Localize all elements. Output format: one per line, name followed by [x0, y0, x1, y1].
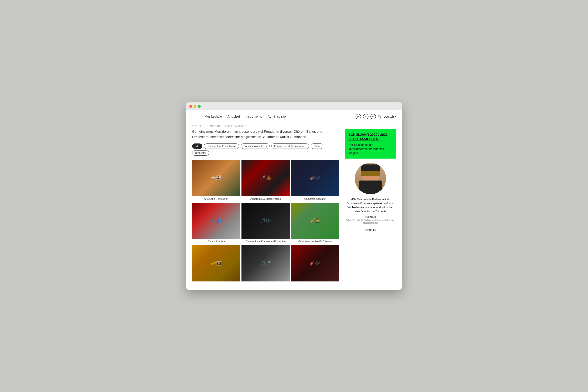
- filter-orchester[interactable]: Orchester: [192, 150, 209, 156]
- grid-image-row3b: 🎵🎤: [242, 245, 290, 282]
- grid-item-chor[interactable]: 🎵👥 Chor «Shante»: [192, 203, 240, 244]
- language-label: Deutsch: [384, 115, 394, 118]
- grid-caption-clarmonics: Clarmonics – Klarinetten-Ensemble: [242, 239, 290, 244]
- quote-text: «Die Musikschule Biel war mit ein Grunds…: [345, 197, 396, 214]
- avatar-person: [355, 163, 386, 194]
- grid-item-clarmonics[interactable]: 🎵🎼 Clarmonics – Klarinetten-Ensemble: [242, 203, 290, 244]
- chevron-down-icon: ▾: [394, 115, 396, 118]
- grid-image-gitarren: 🎸👨‍🎓: [291, 203, 339, 239]
- filter-choere[interactable]: Chöre: [311, 144, 324, 149]
- grid-caption-camerata: Camerata Giovane: [291, 196, 339, 202]
- breadcrumb-arrow-2: →: [222, 125, 224, 127]
- avatar-hat: [361, 164, 380, 171]
- sidebar: SCHULJAHR 2020 / 2021 – JETZT ANMELDEN! …: [345, 129, 396, 284]
- nav-musikschule[interactable]: Musikschule: [204, 115, 222, 118]
- grid-item-row3a[interactable]: 🎺👨‍👩‍👧: [192, 245, 240, 284]
- content-area: Gemeinsames Musizieren macht besonders v…: [192, 129, 339, 284]
- grid-item-gitarren[interactable]: 🎸👨‍🎓 Gitarrenensemble EnTrànsito: [291, 203, 339, 244]
- grid-image-camerata: 🎻🎶: [291, 160, 339, 196]
- grid-item-camerata[interactable]: 🎻🎶 Camerata Giovane: [291, 160, 339, 202]
- filter-erwachsene[interactable]: Unterricht für Erwachsene: [204, 144, 239, 149]
- grid-caption-row3c: [291, 282, 339, 284]
- grid-caption-afro: Afro Latin-Perkussion: [192, 196, 240, 202]
- quote-author: PEGASUS: [345, 216, 396, 218]
- filter-alle[interactable]: Alle: [192, 144, 202, 149]
- quote-sub: Gabriel Spahni & Stefan Brønner, Ehemali…: [345, 219, 396, 224]
- grid-item-row3c[interactable]: 🎸🎶: [291, 245, 339, 284]
- grid-image-row3c: 🎸🎶: [291, 245, 339, 282]
- minimize-button[interactable]: [194, 105, 196, 108]
- direkt-zu-label: Direkt zu: [345, 228, 396, 232]
- grid-image-clarmonics: 🎵🎼: [242, 203, 290, 239]
- logo[interactable]: [192, 115, 199, 118]
- avatar-body: [359, 180, 382, 194]
- grid-image-row3a: 🎺👨‍👩‍👧: [192, 245, 240, 282]
- grid-caption-asparagus: Asparagus & Melon Voices: [242, 196, 290, 202]
- filter-bands-workshops[interactable]: Bands & Workshops: [241, 144, 270, 149]
- site-header: Musikschule Angebot Instrumente Administ…: [186, 110, 402, 123]
- logo-line-2: [192, 116, 196, 116]
- nav-administration[interactable]: Administration: [268, 115, 287, 118]
- language-selector[interactable]: Deutsch ▾: [384, 115, 396, 118]
- grid-item-afro[interactable]: 🥁👨‍👦 Afro Latin-Perkussion: [192, 160, 240, 202]
- facebook-icon[interactable]: f: [363, 114, 368, 119]
- grid-image-asparagus: 🎤👩‍🎤: [242, 160, 290, 196]
- grid-item-asparagus[interactable]: 🎤👩‍🎤 Asparagus & Melon Voices: [242, 160, 290, 202]
- grid-image-afro: 🥁👨‍👦: [192, 160, 240, 196]
- filter-pills: Alle Unterricht für Erwachsene Bands & W…: [192, 144, 339, 156]
- header-right: ▶ f ✉ 🔍 Deutsch ▾: [356, 114, 396, 119]
- main-container: Gemeinsames Musizieren macht besonders v…: [186, 129, 402, 290]
- breadcrumb-arrow-1: →: [206, 125, 209, 127]
- breadcrumb-item-2[interactable]: ANGEBOT: [210, 125, 220, 127]
- logo-line-1: [192, 115, 198, 115]
- grid-caption-gitarren: Gitarrenensemble EnTrànsito: [291, 239, 339, 244]
- browser-chrome: [186, 102, 402, 110]
- grid-image-chor: 🎵👥: [192, 203, 240, 239]
- logo-icon: [192, 115, 198, 118]
- testimonial-block: «Die Musikschule Biel war mit ein Grunds…: [345, 163, 396, 232]
- traffic-lights: [189, 105, 399, 108]
- page-intro: Gemeinsames Musizieren macht besonders v…: [192, 129, 333, 140]
- search-icon[interactable]: 🔍: [378, 115, 382, 118]
- breadcrumb: STARTSEITE → ANGEBOT → GRUPPENANGEBOTE: [186, 123, 402, 129]
- promo-box[interactable]: SCHULJAHR 2020 / 2021 – JETZT ANMELDEN! …: [345, 129, 396, 158]
- nav-instrumente[interactable]: Instrumente: [246, 115, 262, 118]
- grid-caption-row3a: [192, 282, 240, 284]
- promo-subtitle: Der Einstieg in den Musikunterricht ist …: [348, 143, 392, 155]
- filter-kammermusik[interactable]: Kammermusik & Ensembles: [271, 144, 309, 149]
- grid-caption-chor: Chor «Shante»: [192, 239, 240, 244]
- email-icon[interactable]: ✉: [370, 114, 376, 119]
- breadcrumb-item-1[interactable]: STARTSEITE: [192, 125, 205, 127]
- grid-caption-row3b: [242, 282, 290, 284]
- avatar: [355, 163, 386, 194]
- youtube-icon[interactable]: ▶: [356, 114, 361, 119]
- nav-angebot[interactable]: Angebot: [227, 115, 240, 118]
- promo-cta: JETZT ANMELDEN!: [348, 138, 380, 141]
- browser-window: Musikschule Angebot Instrumente Administ…: [186, 102, 402, 290]
- close-button[interactable]: [189, 105, 192, 108]
- image-grid: 🥁👨‍👦 Afro Latin-Perkussion 🎤👩‍🎤 Asparagu…: [192, 160, 339, 284]
- grid-item-row3b[interactable]: 🎵🎤: [242, 245, 290, 284]
- breadcrumb-item-3: GRUPPENANGEBOTE: [225, 125, 247, 127]
- promo-title: SCHULJAHR 2020 / 2021 – JETZT ANMELDEN!: [348, 133, 392, 141]
- maximize-button[interactable]: [198, 105, 201, 108]
- main-nav: Musikschule Angebot Instrumente Administ…: [204, 115, 356, 118]
